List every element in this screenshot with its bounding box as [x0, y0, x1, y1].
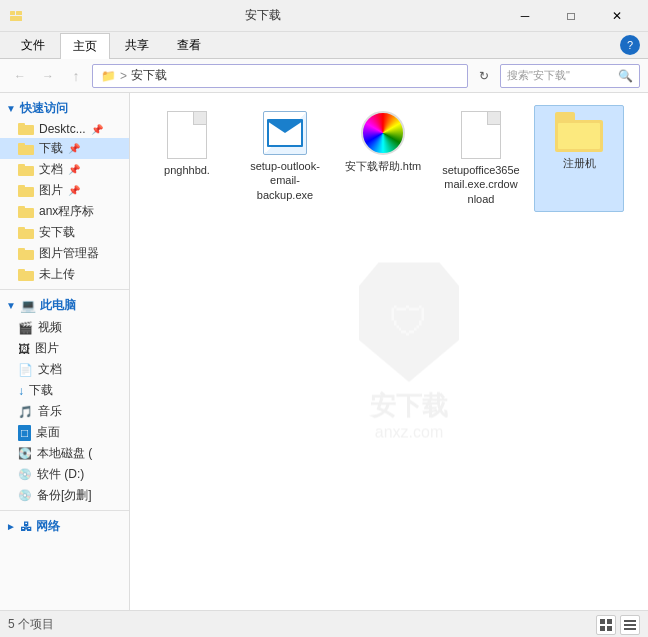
sidebar-item-local-disk[interactable]: 💽 本地磁盘 (: [0, 443, 129, 464]
sidebar-item-docs2[interactable]: 📄 文档: [0, 359, 129, 380]
file-item-selected[interactable]: 注册机: [534, 105, 624, 212]
drive-icon: 💿: [18, 468, 32, 481]
sidebar-item-documents[interactable]: 文档 📌: [0, 159, 129, 180]
view-buttons: [596, 615, 640, 635]
file-item[interactable]: setup-outlook-email-backup.exe: [240, 105, 330, 212]
sidebar-item-upload[interactable]: 未上传: [0, 264, 129, 285]
files-grid: pnghhbd. setup-outlook-email-backup.exe …: [142, 105, 636, 212]
help-button[interactable]: ?: [620, 35, 640, 55]
system-icon: [8, 8, 24, 24]
documents-icon: 📄: [18, 363, 33, 377]
minimize-button[interactable]: ─: [502, 0, 548, 32]
divider: [0, 289, 129, 290]
sidebar-item-d-drive[interactable]: 💿 软件 (D:): [0, 464, 129, 485]
list-view-button[interactable]: [620, 615, 640, 635]
back-button[interactable]: ←: [8, 64, 32, 88]
folder-inner: [558, 123, 600, 149]
sidebar-item-download[interactable]: 下载 📌: [0, 138, 129, 159]
sidebar-item-label: 音乐: [38, 403, 62, 420]
pin-icon: 📌: [68, 143, 80, 154]
colorful-icon: [361, 111, 405, 155]
network-header[interactable]: ► 🖧 网络: [0, 515, 129, 538]
item-count: 5 个项目: [8, 616, 54, 633]
drive-icon: 💽: [18, 447, 32, 460]
sidebar-item-pictures2[interactable]: 🖼 图片: [0, 338, 129, 359]
folder-icon: [18, 227, 34, 239]
file-label: setupoffice365email.exe.crdow nload: [440, 163, 522, 206]
sidebar-item-label: 视频: [38, 319, 62, 336]
sidebar-item-label: 下载: [29, 382, 53, 399]
window-title: 安下载: [24, 7, 502, 24]
sidebar-item-desktop[interactable]: Desktc... 📌: [0, 120, 129, 138]
search-icon[interactable]: 🔍: [618, 69, 633, 83]
sidebar-item-desktop2[interactable]: □ 桌面: [0, 422, 129, 443]
file-item[interactable]: 安下载帮助.htm: [338, 105, 428, 212]
sidebar-item-label: 文档: [38, 361, 62, 378]
title-bar-icons: [8, 8, 24, 24]
sidebar-item-label: 图片: [39, 182, 63, 199]
svg-rect-9: [624, 628, 636, 630]
desktop-icon: □: [18, 425, 31, 441]
email-flap: [267, 121, 303, 133]
file-label: 安下载帮助.htm: [345, 159, 421, 173]
file-item[interactable]: setupoffice365email.exe.crdow nload: [436, 105, 526, 212]
sidebar-item-label: 图片: [35, 340, 59, 357]
folder-icon: [18, 123, 34, 135]
email-envelope: [267, 119, 303, 147]
tab-share[interactable]: 共享: [112, 32, 162, 58]
search-box[interactable]: 搜索"安下载" 🔍: [500, 64, 640, 88]
tab-view[interactable]: 查看: [164, 32, 214, 58]
sidebar-item-label: 未上传: [39, 266, 75, 283]
watermark: 🛡 安下载 anxz.com: [359, 262, 459, 441]
refresh-button[interactable]: ↻: [472, 64, 496, 88]
window-controls[interactable]: ─ □ ✕: [502, 0, 640, 32]
file-item[interactable]: pnghhbd.: [142, 105, 232, 212]
doc-icon: [461, 111, 501, 159]
forward-button[interactable]: →: [36, 64, 60, 88]
ribbon-tabs: 文件 主页 共享 查看 ?: [0, 32, 648, 58]
chevron-down-icon: ▼: [6, 103, 16, 114]
sidebar-item-label: Desktc...: [39, 122, 86, 136]
network-label: 网络: [36, 518, 60, 535]
ribbon: 文件 主页 共享 查看 ?: [0, 32, 648, 59]
folder-icon: [18, 206, 34, 218]
sidebar-item-label: 下载: [39, 140, 63, 157]
main-layout: ▼ 快速访问 Desktc... 📌 下载 📌 文档 📌 图片 📌 anx程序标: [0, 93, 648, 610]
computer-header[interactable]: ▼ 💻 此电脑: [0, 294, 129, 317]
sidebar-item-backup[interactable]: 💿 备份[勿删]: [0, 485, 129, 506]
pin-icon: 📌: [68, 185, 80, 196]
close-button[interactable]: ✕: [594, 0, 640, 32]
sidebar-item-label: 图片管理器: [39, 245, 99, 262]
address-path[interactable]: 📁 > 安下载: [92, 64, 468, 88]
content-area: 🛡 安下载 anxz.com pnghhbd. setup-outlook-em…: [130, 93, 648, 610]
grid-view-button[interactable]: [596, 615, 616, 635]
network-icon: 🖧: [20, 520, 32, 534]
title-bar: 安下载 ─ □ ✕: [0, 0, 648, 32]
sidebar-item-photo-mgr[interactable]: 图片管理器: [0, 243, 129, 264]
up-button[interactable]: ↑: [64, 64, 88, 88]
status-bar: 5 个项目: [0, 610, 648, 637]
maximize-button[interactable]: □: [548, 0, 594, 32]
sidebar-item-pictures[interactable]: 图片 📌: [0, 180, 129, 201]
sidebar-item-video[interactable]: 🎬 视频: [0, 317, 129, 338]
address-bar: ← → ↑ 📁 > 安下载 ↻ 搜索"安下载" 🔍: [0, 59, 648, 93]
svg-rect-0: [10, 11, 15, 15]
sidebar-item-anx[interactable]: anx程序标: [0, 201, 129, 222]
download-icon: ↓: [18, 384, 24, 398]
computer-label: 此电脑: [40, 297, 76, 314]
svg-rect-2: [16, 11, 22, 15]
sidebar-item-dl2[interactable]: ↓ 下载: [0, 380, 129, 401]
tab-home[interactable]: 主页: [60, 33, 110, 59]
chevron-down-icon: ▼: [6, 300, 16, 311]
folder-icon: [18, 185, 34, 197]
chevron-right-icon: ►: [6, 521, 16, 532]
sidebar-item-label: 桌面: [36, 424, 60, 441]
quick-access-header[interactable]: ▼ 快速访问: [0, 97, 129, 120]
pin-icon: 📌: [68, 164, 80, 175]
sidebar-item-label: 文档: [39, 161, 63, 178]
watermark-text: 安下载: [359, 388, 459, 423]
sidebar-item-music[interactable]: 🎵 音乐: [0, 401, 129, 422]
tab-file[interactable]: 文件: [8, 32, 58, 58]
sidebar-item-label: anx程序标: [39, 203, 94, 220]
sidebar-item-anxz[interactable]: 安下载: [0, 222, 129, 243]
